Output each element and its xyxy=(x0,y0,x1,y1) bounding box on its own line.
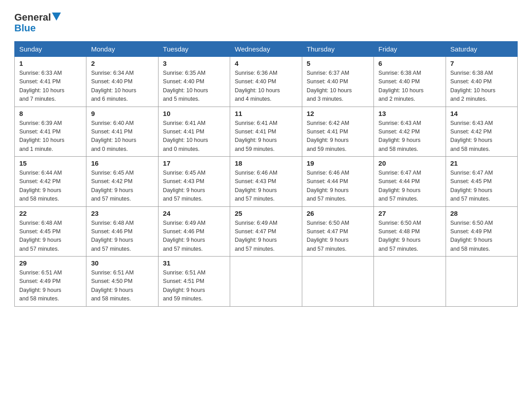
calendar-week-row: 29Sunrise: 6:51 AMSunset: 4:49 PMDayligh… xyxy=(15,257,518,307)
day-info: Sunrise: 6:35 AMSunset: 4:40 PMDaylight:… xyxy=(163,69,225,104)
logo-text-blue: Blue xyxy=(14,22,36,34)
day-number: 25 xyxy=(235,210,297,217)
day-info: Sunrise: 6:33 AMSunset: 4:41 PMDaylight:… xyxy=(19,69,82,104)
day-info: Sunrise: 6:48 AMSunset: 4:45 PMDaylight:… xyxy=(19,219,82,254)
calendar-cell: 26Sunrise: 6:50 AMSunset: 4:47 PMDayligh… xyxy=(302,206,373,257)
day-number: 2 xyxy=(91,60,153,67)
day-info: Sunrise: 6:47 AMSunset: 4:44 PMDaylight:… xyxy=(378,169,441,204)
day-number: 15 xyxy=(19,159,82,167)
day-number: 23 xyxy=(91,210,153,217)
calendar-cell: 9Sunrise: 6:40 AMSunset: 4:41 PMDaylight… xyxy=(86,107,158,157)
day-number: 9 xyxy=(91,110,153,117)
calendar-cell xyxy=(374,257,446,307)
calendar-week-row: 8Sunrise: 6:39 AMSunset: 4:41 PMDaylight… xyxy=(15,107,518,157)
header-sunday: Sunday xyxy=(15,42,86,57)
day-info: Sunrise: 6:48 AMSunset: 4:46 PMDaylight:… xyxy=(91,219,153,254)
day-info: Sunrise: 6:45 AMSunset: 4:42 PMDaylight:… xyxy=(91,169,153,204)
calendar-cell: 30Sunrise: 6:51 AMSunset: 4:50 PMDayligh… xyxy=(86,257,158,307)
calendar-cell: 1Sunrise: 6:33 AMSunset: 4:41 PMDaylight… xyxy=(15,57,86,107)
day-number: 31 xyxy=(163,259,225,267)
calendar-cell xyxy=(230,257,302,307)
calendar-cell: 23Sunrise: 6:48 AMSunset: 4:46 PMDayligh… xyxy=(86,206,158,257)
day-info: Sunrise: 6:49 AMSunset: 4:46 PMDaylight:… xyxy=(163,219,225,254)
day-info: Sunrise: 6:34 AMSunset: 4:40 PMDaylight:… xyxy=(91,69,153,104)
day-info: Sunrise: 6:37 AMSunset: 4:40 PMDaylight:… xyxy=(307,69,369,104)
calendar-cell: 28Sunrise: 6:50 AMSunset: 4:49 PMDayligh… xyxy=(446,206,517,257)
calendar-cell xyxy=(302,257,373,307)
calendar-cell: 13Sunrise: 6:43 AMSunset: 4:42 PMDayligh… xyxy=(374,107,446,157)
day-number: 18 xyxy=(235,159,297,167)
header-thursday: Thursday xyxy=(302,42,373,57)
day-number: 21 xyxy=(450,159,513,167)
day-number: 20 xyxy=(378,159,441,167)
calendar-week-row: 15Sunrise: 6:44 AMSunset: 4:42 PMDayligh… xyxy=(15,157,518,207)
calendar-cell: 25Sunrise: 6:49 AMSunset: 4:47 PMDayligh… xyxy=(230,206,302,257)
day-info: Sunrise: 6:36 AMSunset: 4:40 PMDaylight:… xyxy=(235,69,297,104)
day-info: Sunrise: 6:51 AMSunset: 4:50 PMDaylight:… xyxy=(91,269,153,304)
header-friday: Friday xyxy=(374,42,446,57)
day-info: Sunrise: 6:51 AMSunset: 4:51 PMDaylight:… xyxy=(163,269,225,304)
day-number: 14 xyxy=(450,110,513,117)
day-info: Sunrise: 6:50 AMSunset: 4:48 PMDaylight:… xyxy=(378,219,441,254)
logo-text-general: General xyxy=(14,13,51,22)
day-number: 27 xyxy=(378,210,441,217)
day-number: 13 xyxy=(378,110,441,117)
day-info: Sunrise: 6:41 AMSunset: 4:41 PMDaylight:… xyxy=(163,119,225,154)
calendar-cell: 5Sunrise: 6:37 AMSunset: 4:40 PMDaylight… xyxy=(302,57,373,107)
calendar-cell: 15Sunrise: 6:44 AMSunset: 4:42 PMDayligh… xyxy=(15,157,86,207)
calendar-week-row: 1Sunrise: 6:33 AMSunset: 4:41 PMDaylight… xyxy=(15,57,518,107)
calendar-cell: 24Sunrise: 6:49 AMSunset: 4:46 PMDayligh… xyxy=(158,206,230,257)
header-saturday: Saturday xyxy=(446,42,517,57)
calendar-cell: 20Sunrise: 6:47 AMSunset: 4:44 PMDayligh… xyxy=(374,157,446,207)
calendar-cell: 12Sunrise: 6:42 AMSunset: 4:41 PMDayligh… xyxy=(302,107,373,157)
day-number: 11 xyxy=(235,110,297,117)
logo: General Blue xyxy=(14,13,61,34)
day-number: 12 xyxy=(307,110,369,117)
calendar-cell xyxy=(446,257,517,307)
header-tuesday: Tuesday xyxy=(158,42,230,57)
calendar-cell: 31Sunrise: 6:51 AMSunset: 4:51 PMDayligh… xyxy=(158,257,230,307)
header-monday: Monday xyxy=(86,42,158,57)
calendar-cell: 3Sunrise: 6:35 AMSunset: 4:40 PMDaylight… xyxy=(158,57,230,107)
calendar-header-row: SundayMondayTuesdayWednesdayThursdayFrid… xyxy=(15,42,518,57)
calendar-cell: 22Sunrise: 6:48 AMSunset: 4:45 PMDayligh… xyxy=(15,206,86,257)
day-number: 29 xyxy=(19,259,82,267)
day-number: 24 xyxy=(163,210,225,217)
calendar-table: SundayMondayTuesdayWednesdayThursdayFrid… xyxy=(14,41,518,307)
day-info: Sunrise: 6:45 AMSunset: 4:43 PMDaylight:… xyxy=(163,169,225,204)
day-info: Sunrise: 6:38 AMSunset: 4:40 PMDaylight:… xyxy=(450,69,513,104)
calendar-cell: 7Sunrise: 6:38 AMSunset: 4:40 PMDaylight… xyxy=(446,57,517,107)
header-wednesday: Wednesday xyxy=(230,42,302,57)
day-info: Sunrise: 6:49 AMSunset: 4:47 PMDaylight:… xyxy=(235,219,297,254)
day-info: Sunrise: 6:50 AMSunset: 4:49 PMDaylight:… xyxy=(450,219,513,254)
day-info: Sunrise: 6:41 AMSunset: 4:41 PMDaylight:… xyxy=(235,119,297,154)
svg-marker-0 xyxy=(52,13,61,21)
day-info: Sunrise: 6:47 AMSunset: 4:45 PMDaylight:… xyxy=(450,169,513,204)
calendar-cell: 19Sunrise: 6:46 AMSunset: 4:44 PMDayligh… xyxy=(302,157,373,207)
day-info: Sunrise: 6:51 AMSunset: 4:49 PMDaylight:… xyxy=(19,269,82,304)
day-number: 4 xyxy=(235,60,297,67)
calendar-cell: 21Sunrise: 6:47 AMSunset: 4:45 PMDayligh… xyxy=(446,157,517,207)
logo-arrow-icon xyxy=(52,13,61,21)
day-info: Sunrise: 6:42 AMSunset: 4:41 PMDaylight:… xyxy=(307,119,369,154)
day-info: Sunrise: 6:46 AMSunset: 4:43 PMDaylight:… xyxy=(235,169,297,204)
calendar-cell: 16Sunrise: 6:45 AMSunset: 4:42 PMDayligh… xyxy=(86,157,158,207)
day-number: 26 xyxy=(307,210,369,217)
calendar-cell: 11Sunrise: 6:41 AMSunset: 4:41 PMDayligh… xyxy=(230,107,302,157)
day-info: Sunrise: 6:40 AMSunset: 4:41 PMDaylight:… xyxy=(91,119,153,154)
calendar-cell: 2Sunrise: 6:34 AMSunset: 4:40 PMDaylight… xyxy=(86,57,158,107)
day-info: Sunrise: 6:43 AMSunset: 4:42 PMDaylight:… xyxy=(378,119,441,154)
day-number: 16 xyxy=(91,159,153,167)
day-info: Sunrise: 6:38 AMSunset: 4:40 PMDaylight:… xyxy=(378,69,441,104)
day-info: Sunrise: 6:43 AMSunset: 4:42 PMDaylight:… xyxy=(450,119,513,154)
day-number: 6 xyxy=(378,60,441,67)
calendar-cell: 10Sunrise: 6:41 AMSunset: 4:41 PMDayligh… xyxy=(158,107,230,157)
calendar-cell: 4Sunrise: 6:36 AMSunset: 4:40 PMDaylight… xyxy=(230,57,302,107)
day-number: 8 xyxy=(19,110,82,117)
day-number: 22 xyxy=(19,210,82,217)
calendar-cell: 17Sunrise: 6:45 AMSunset: 4:43 PMDayligh… xyxy=(158,157,230,207)
day-number: 10 xyxy=(163,110,225,117)
day-number: 3 xyxy=(163,60,225,67)
day-number: 19 xyxy=(307,159,369,167)
day-info: Sunrise: 6:44 AMSunset: 4:42 PMDaylight:… xyxy=(19,169,82,204)
